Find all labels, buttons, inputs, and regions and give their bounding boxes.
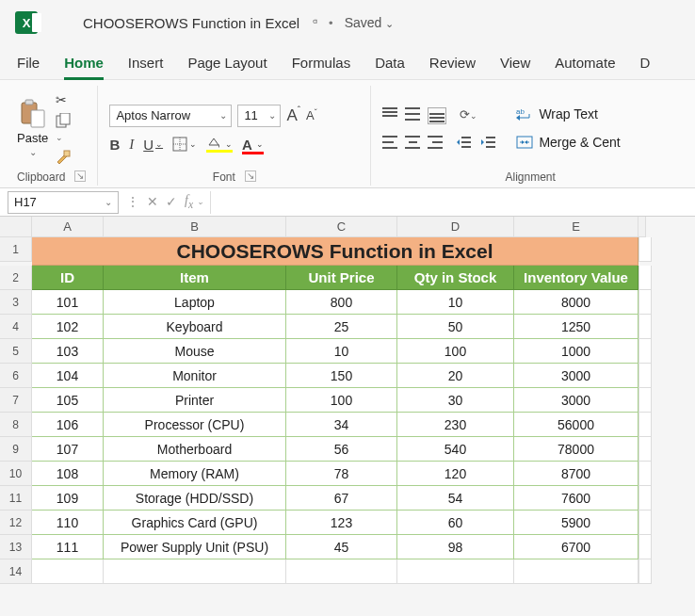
table-cell[interactable]: 106 — [32, 413, 104, 437]
cell[interactable] — [638, 388, 652, 413]
paste-icon[interactable] — [20, 99, 46, 129]
cell[interactable] — [638, 364, 652, 388]
column-header[interactable]: E — [514, 217, 638, 237]
italic-button[interactable]: I — [129, 137, 134, 153]
table-cell[interactable]: 3000 — [514, 388, 638, 413]
fx-icon[interactable]: fx ⌄ — [185, 193, 204, 211]
increase-font-icon[interactable]: Aˆ — [286, 105, 300, 125]
row-header[interactable]: 6 — [0, 364, 32, 388]
table-cell[interactable]: 54 — [397, 486, 514, 511]
table-cell[interactable]: 230 — [397, 413, 514, 437]
row-header[interactable]: 5 — [0, 339, 32, 364]
font-dialog-launcher[interactable]: ↘ — [245, 170, 256, 182]
cell[interactable] — [638, 290, 652, 315]
table-cell[interactable]: 8700 — [514, 462, 638, 486]
font-name-dropdown[interactable]: Aptos Narrow⌄ — [109, 105, 232, 127]
table-cell[interactable]: 7600 — [514, 486, 638, 511]
table-cell[interactable]: 30 — [397, 388, 514, 413]
row-header[interactable]: 4 — [0, 315, 32, 339]
table-cell[interactable]: 100 — [286, 388, 397, 413]
align-right-icon[interactable] — [428, 136, 443, 149]
cell[interactable] — [638, 315, 652, 339]
tab-home[interactable]: Home — [64, 51, 104, 74]
table-cell[interactable]: 56000 — [514, 413, 638, 437]
align-bottom-icon[interactable] — [428, 107, 446, 124]
table-cell[interactable]: Graphics Card (GPU) — [104, 511, 286, 535]
copy-icon[interactable]: ⌄ — [56, 113, 73, 143]
format-painter-icon[interactable] — [56, 149, 73, 164]
share-icon[interactable]: ᵅ — [313, 16, 317, 30]
row-header[interactable]: 10 — [0, 462, 32, 486]
cell[interactable] — [286, 559, 397, 584]
table-cell[interactable]: Printer — [104, 388, 286, 413]
borders-icon[interactable]: ⌄ — [172, 137, 197, 152]
tab-file[interactable]: File — [17, 51, 40, 74]
sheet-title-cell[interactable]: CHOOSEROWS Function in Excel — [32, 237, 638, 266]
wrap-text-button[interactable]: ab Wrap Text — [516, 106, 620, 122]
table-cell[interactable]: 101 — [32, 290, 104, 315]
table-cell[interactable]: Memory (RAM) — [104, 462, 286, 486]
table-cell[interactable]: Storage (HDD/SSD) — [104, 486, 286, 511]
enter-formula-icon[interactable]: ✓ — [166, 194, 177, 209]
table-cell[interactable]: 78000 — [514, 437, 638, 462]
table-cell[interactable]: 8000 — [514, 290, 638, 315]
table-cell[interactable]: 45 — [286, 535, 397, 559]
align-middle-icon[interactable] — [405, 107, 420, 124]
cancel-formula-icon[interactable]: ✕ — [147, 194, 158, 209]
table-cell[interactable]: 102 — [32, 315, 104, 339]
table-cell[interactable]: 108 — [32, 462, 104, 486]
decrease-indent-icon[interactable] — [456, 136, 473, 149]
table-cell[interactable]: 1250 — [514, 315, 638, 339]
table-header-cell[interactable]: Inventory Value — [514, 266, 638, 290]
table-cell[interactable]: 98 — [397, 535, 514, 559]
orientation-icon[interactable]: ⟳⌄ — [460, 107, 477, 124]
tab-formulas[interactable]: Formulas — [292, 51, 351, 74]
table-cell[interactable]: 105 — [32, 388, 104, 413]
table-cell[interactable]: 34 — [286, 413, 397, 437]
table-cell[interactable]: 78 — [286, 462, 397, 486]
save-status[interactable]: Saved ⌄ — [345, 15, 395, 30]
cell[interactable] — [638, 413, 652, 437]
row-header[interactable]: 8 — [0, 413, 32, 437]
table-cell[interactable]: Mouse — [104, 339, 286, 364]
table-cell[interactable]: Processor (CPU) — [104, 413, 286, 437]
paste-dropdown[interactable]: ⌄ — [29, 147, 37, 157]
table-cell[interactable]: 10 — [286, 339, 397, 364]
table-cell[interactable]: Keyboard — [104, 315, 286, 339]
font-size-dropdown[interactable]: 11⌄ — [237, 105, 281, 127]
align-center-icon[interactable] — [405, 136, 420, 149]
bold-button[interactable]: B — [109, 137, 120, 153]
tab-page-layout[interactable]: Page Layout — [187, 51, 267, 74]
row-header[interactable]: 3 — [0, 290, 32, 315]
cell[interactable] — [638, 462, 652, 486]
tab-automate[interactable]: Automate — [555, 51, 615, 74]
table-cell[interactable]: 111 — [32, 535, 104, 559]
table-header-cell[interactable]: ID — [32, 266, 104, 290]
table-cell[interactable]: 60 — [397, 511, 514, 535]
tab-view[interactable]: View — [500, 51, 530, 74]
table-header-cell[interactable]: Qty in Stock — [397, 266, 514, 290]
cell[interactable] — [397, 559, 514, 584]
tab-more[interactable]: D — [639, 51, 650, 74]
underline-button[interactable]: U⌄ — [143, 137, 163, 153]
cell[interactable] — [638, 535, 652, 559]
name-box[interactable]: H17 ⌄ — [8, 191, 119, 214]
column-header[interactable]: C — [286, 217, 397, 237]
align-left-icon[interactable] — [382, 136, 397, 149]
column-header[interactable]: A — [32, 217, 104, 237]
cell[interactable] — [638, 511, 652, 535]
clipboard-dialog-launcher[interactable]: ↘ — [74, 170, 86, 182]
row-header[interactable]: 11 — [0, 486, 32, 511]
row-header[interactable]: 7 — [0, 388, 32, 413]
row-header[interactable]: 13 — [0, 535, 32, 559]
formula-input[interactable] — [210, 191, 695, 214]
cell[interactable] — [638, 437, 652, 462]
table-header-cell[interactable]: Unit Price — [286, 266, 397, 290]
increase-indent-icon[interactable] — [480, 136, 497, 149]
table-cell[interactable]: Motherboard — [104, 437, 286, 462]
cell[interactable] — [638, 266, 652, 290]
table-cell[interactable]: 110 — [32, 511, 104, 535]
merge-center-button[interactable]: Merge & Cent — [516, 135, 620, 150]
align-top-icon[interactable] — [382, 107, 397, 124]
row-header[interactable]: 14 — [0, 559, 32, 584]
